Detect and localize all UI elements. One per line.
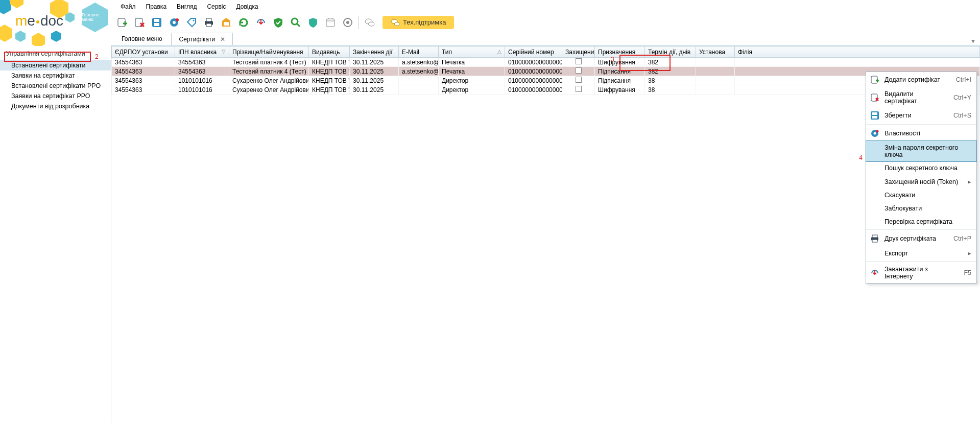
ctx-del-cert[interactable]: Видалити сертифікатCtrl+Y (866, 87, 976, 108)
ctx-add-cert[interactable]: Додати сертифікатCtrl+I (866, 72, 976, 87)
sidebar-item-dev-docs[interactable]: Документи від розробника (0, 101, 111, 111)
svg-rect-0 (118, 18, 125, 27)
tb-tag-icon[interactable] (184, 15, 199, 30)
checkbox-icon[interactable] (576, 86, 582, 92)
main-menu: Файл Правка Вигляд Сервіс Довідка (111, 1, 980, 12)
context-menu: Додати сертифікатCtrl+I Видалити сертифі… (866, 72, 977, 284)
tb-calendar-icon[interactable] (323, 15, 338, 30)
svg-rect-11 (206, 24, 211, 27)
sidebar-item-installed-certs-rro[interactable]: Встановлені сертифікати РРО (0, 81, 111, 91)
svg-rect-24 (872, 112, 877, 115)
ctx-print[interactable]: Друк сертифікатаCtrl+P (866, 231, 976, 246)
svg-rect-4 (154, 23, 159, 26)
support-button[interactable]: Тех.підтримка (383, 16, 454, 29)
download-icon (869, 268, 880, 277)
save-icon (869, 111, 880, 120)
menu-service[interactable]: Сервіс (203, 2, 230, 11)
svg-rect-30 (872, 235, 877, 238)
ctx-find-key[interactable]: Пошук секретного ключа (866, 161, 976, 175)
tb-properties-icon[interactable] (166, 15, 182, 30)
col-org: Установа (696, 46, 735, 58)
col-edrpou: ЄДРПОУ установи (112, 46, 175, 58)
sidebar-item-installed-certs[interactable]: Встановлені сертифікати (0, 60, 111, 70)
sidebar-item-cert-requests[interactable]: Заявки на сертифікат (0, 70, 111, 81)
table-row[interactable]: 345543631010101016Сухаренко Олег Андрійо… (112, 85, 980, 95)
col-type: Тип△ (439, 46, 505, 58)
col-branch: Філія (735, 46, 980, 58)
svg-rect-31 (872, 240, 877, 242)
checkbox-icon[interactable] (576, 77, 582, 83)
table-row[interactable]: 3455436334554363Тестовий платник 4 (Тест… (112, 58, 980, 67)
tb-gear-icon[interactable] (340, 15, 355, 30)
tabs-overflow-icon[interactable]: ▾ (966, 37, 980, 45)
tb-shield2-icon[interactable] (305, 15, 321, 30)
tb-add-icon[interactable] (114, 15, 130, 30)
col-secure: Захищений носій (562, 46, 595, 58)
close-icon[interactable]: ✕ (220, 36, 225, 43)
tb-delete-icon[interactable] (132, 15, 147, 30)
svg-rect-10 (206, 18, 211, 21)
ctx-properties[interactable]: Властивості (866, 126, 976, 141)
properties-icon (869, 129, 880, 138)
svg-point-13 (292, 18, 298, 25)
chat-icon (391, 18, 400, 27)
svg-point-18 (368, 22, 374, 26)
tb-chat-icon[interactable] (362, 15, 377, 30)
svg-rect-25 (872, 116, 877, 119)
col-expire: Закінчення дії (350, 46, 399, 58)
checkbox-icon[interactable] (576, 58, 582, 64)
svg-rect-21 (871, 76, 877, 83)
col-purpose: Призначення (595, 46, 645, 58)
ctx-download[interactable]: Завантажити з ІнтернетуF5 (866, 263, 976, 283)
svg-point-6 (173, 21, 176, 24)
svg-point-27 (874, 132, 876, 135)
tb-download-icon[interactable] (253, 15, 269, 30)
checkbox-icon[interactable] (576, 67, 582, 74)
col-issuer: Видавець (309, 46, 350, 58)
ctx-revoke[interactable]: Скасувати (866, 189, 976, 202)
tb-refresh-icon[interactable] (236, 15, 251, 30)
grid-header[interactable]: ЄДРПОУ установи ІПН власника▽ Прізвище/Н… (112, 46, 980, 58)
col-name: Прізвище/Найменування (229, 46, 309, 58)
ctx-block[interactable]: Заблокувати (866, 202, 976, 215)
col-serial: Серійний номер (505, 46, 562, 58)
sidebar-title: Управління сертифікатами (0, 48, 111, 60)
svg-point-8 (193, 19, 195, 21)
toolbar: Тех.підтримка (111, 12, 980, 33)
ctx-token-submenu[interactable]: Захищений носій (Token)▸ (866, 175, 976, 189)
col-email: E-Mail (399, 46, 439, 58)
add-icon (869, 75, 880, 84)
svg-point-7 (176, 18, 179, 21)
svg-point-16 (346, 21, 349, 24)
cert-grid[interactable]: ЄДРПОУ установи ІПН власника▽ Прізвище/Н… (111, 46, 980, 423)
svg-rect-12 (224, 22, 229, 26)
svg-point-20 (394, 22, 399, 26)
tab-certificates[interactable]: Сертифікати✕ (171, 33, 233, 45)
menu-view[interactable]: Вигляд (173, 2, 201, 11)
tb-search-icon[interactable] (288, 15, 303, 30)
ctx-change-key-password[interactable]: Зміна пароля секретного ключа (866, 140, 977, 162)
support-button-label: Тех.підтримка (403, 18, 446, 26)
tb-verify-icon[interactable] (271, 15, 286, 30)
tab-main[interactable]: Головне меню (113, 33, 170, 45)
print-icon (869, 234, 880, 243)
table-row[interactable]: 3455436334554363Тестовий платник 4 (Тест… (112, 67, 980, 76)
sidebar-item-cert-requests-rro[interactable]: Заявки на сертифікат РРО (0, 91, 111, 101)
home-menu-button[interactable]: Головне меню (82, 3, 108, 32)
ctx-export-submenu[interactable]: Експорт▸ (866, 246, 976, 260)
tb-print-icon[interactable] (201, 15, 217, 30)
menu-file[interactable]: Файл (116, 2, 140, 11)
svg-point-28 (876, 130, 879, 133)
col-days: Термін дії, днів (645, 46, 696, 58)
tb-export-icon[interactable] (219, 15, 234, 30)
menu-edit[interactable]: Правка (142, 2, 171, 11)
menu-help[interactable]: Довідка (232, 2, 262, 11)
tb-save-icon[interactable] (149, 15, 164, 30)
logo: medoc Головне меню (0, 0, 111, 46)
delete-icon (869, 93, 880, 102)
ctx-verify[interactable]: Перевірка сертифіката (866, 215, 976, 228)
table-row[interactable]: 345543631010101016Сухаренко Олег Андрійо… (112, 76, 980, 85)
ctx-save[interactable]: ЗберегтиCtrl+S (866, 108, 976, 123)
svg-rect-3 (154, 19, 159, 22)
sidebar: Управління сертифікатами Встановлені сер… (0, 46, 111, 423)
